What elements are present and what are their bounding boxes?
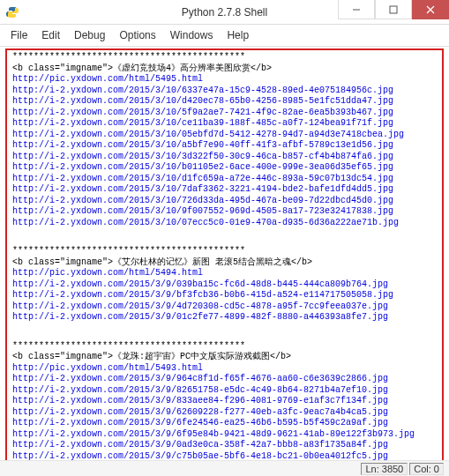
output-line: http://i-2.yxdown.com/2015/3/10/6337e47a… [12, 86, 437, 97]
output-line: http://i-2.yxdown.com/2015/3/10/ce11ba39… [12, 118, 437, 130]
output-line: http://i-2.yxdown.com/2015/3/9/4d720308-… [12, 301, 437, 313]
output-line: http://i-2.yxdown.com/2015/3/10/a5bf7e90… [12, 140, 437, 152]
output-line: http://pic.yxdown.com/html/5495.html [12, 74, 437, 86]
output-line: ****************************************… [12, 246, 437, 257]
output-line: http://i-2.yxdown.com/2015/3/10/726d33da… [12, 196, 437, 207]
output-line: <b class="imgname">《艾尔杜林的记忆》新图 老滚5结合黑暗之魂… [12, 257, 437, 269]
close-button[interactable] [412, 0, 449, 19]
status-line-number: Ln: 3850 [361, 463, 408, 475]
output-line: http://i-2.yxdown.com/2015/3/10/07ecc5c0… [12, 218, 437, 229]
output-line: <b class="imgname">《虚幻竞技场4》高分辨率美图欣赏</b> [12, 63, 437, 75]
output-line: http://i-2.yxdown.com/2015/3/10/05ebfd7d… [12, 130, 437, 141]
menu-help[interactable]: Help [220, 27, 256, 43]
menu-windows[interactable]: Windows [163, 27, 221, 43]
output-line: http://i-2.yxdown.com/2015/3/10/9f007552… [12, 206, 437, 218]
status-column-number: Col: 0 [409, 463, 444, 475]
output-line: http://i-2.yxdown.com/2015/3/10/b01105e2… [12, 162, 437, 174]
output-line: http://i-2.yxdown.com/2015/3/9/964c8f1d-… [12, 374, 437, 385]
output-line: http://i-2.yxdown.com/2015/3/9/0ad3e0ca-… [12, 440, 437, 451]
output-line: http://i-2.yxdown.com/2015/3/10/d420ec78… [12, 96, 437, 108]
status-bar: Ln: 3850 Col: 0 [0, 460, 449, 476]
title-bar: Python 2.7.8 Shell [0, 0, 449, 25]
output-line: http://pic.yxdown.com/html/5493.html [12, 363, 437, 375]
output-line: <b class="imgname">《龙珠:超宇宙》PC中文版实际游戏截图</… [12, 352, 437, 363]
output-line: http://i-2.yxdown.com/2015/3/10/3d322f50… [12, 152, 437, 163]
output-line: http://i-2.yxdown.com/2015/3/9/01c2fe77-… [12, 312, 437, 324]
maximize-button[interactable] [375, 0, 412, 19]
output-line: http://i-2.yxdown.com/2015/3/9/6fe24546-… [12, 418, 437, 429]
output-line: http://pic.yxdown.com/html/5494.html [12, 268, 437, 279]
menu-file[interactable]: File [4, 27, 34, 43]
svg-rect-1 [390, 6, 397, 13]
output-line: http://i-2.yxdown.com/2015/3/9/bf3fcb36-… [12, 290, 437, 301]
menu-options[interactable]: Options [112, 27, 162, 43]
output-line: http://i-2.yxdown.com/2015/3/9/6f95e84b-… [12, 429, 437, 441]
menu-edit[interactable]: Edit [34, 27, 67, 43]
output-line: http://i-2.yxdown.com/2015/3/10/5f9a2ae7… [12, 108, 437, 119]
menu-bar: File Edit Debug Options Windows Help [0, 25, 449, 47]
output-line: http://i-2.yxdown.com/2015/3/9/62609228-… [12, 407, 437, 419]
menu-debug[interactable]: Debug [67, 27, 112, 43]
window-title: Python 2.7.8 Shell [182, 6, 267, 19]
window-controls [338, 0, 449, 19]
output-line: ****************************************… [12, 341, 437, 353]
minimize-button[interactable] [338, 0, 375, 19]
shell-output[interactable]: ****************************************… [5, 48, 444, 466]
output-line: http://i-2.yxdown.com/2015/3/10/7daf3362… [12, 184, 437, 196]
python-icon [5, 5, 19, 19]
output-line: http://i-2.yxdown.com/2015/3/10/d1fc659a… [12, 174, 437, 185]
output-line: http://i-2.yxdown.com/2015/3/9/833aee84-… [12, 396, 437, 407]
output-line: ****************************************… [12, 52, 437, 63]
output-line: http://i-2.yxdown.com/2015/3/9/82651758-… [12, 385, 437, 397]
output-line: http://i-2.yxdown.com/2015/3/9/039ba15c-… [12, 279, 437, 291]
